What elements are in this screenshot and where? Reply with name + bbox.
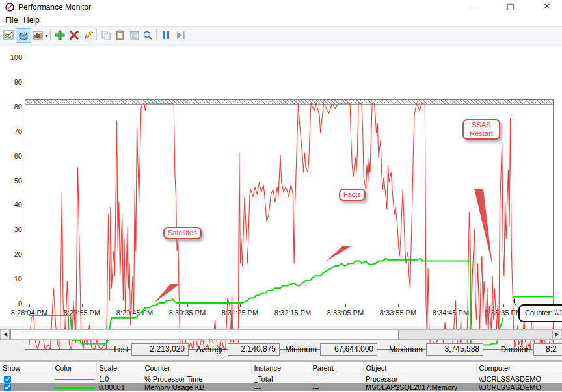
y-tick-label: 10 (0, 275, 22, 283)
instance-cell: --- (251, 383, 310, 391)
toolbar: ▼ (0, 26, 562, 44)
y-tick-label: 70 (0, 127, 22, 135)
counter-legend: Show Color Scale Counter Instance Parent… (0, 360, 562, 392)
average-value: 2,140,875 (228, 343, 280, 356)
y-tick-label: 80 (0, 103, 22, 111)
scale-cell: 1.0 (96, 374, 142, 384)
counter-cell: % Processor Time (142, 374, 251, 384)
last-label: Last (90, 345, 129, 354)
freeze-display-button[interactable] (159, 28, 173, 42)
col-scale[interactable]: Scale (96, 362, 142, 374)
paste-clipboard-icon (115, 30, 126, 40)
magnifier-icon (142, 30, 153, 40)
y-tick-label: 90 (0, 78, 22, 86)
step-forward-icon (175, 30, 185, 40)
counter-tooltip: Counter: \\JCRL (518, 304, 562, 322)
menu-bar: File Help (0, 14, 562, 26)
toolbar-separator (50, 29, 51, 40)
menu-file[interactable]: File (3, 15, 20, 25)
delete-x-icon (69, 30, 79, 40)
counter-row-memory-selected[interactable]: 0.00001 Memory Usage KB --- --- MSOLAP$S… (0, 383, 562, 391)
object-cell: MSOLAP$SQL2017:Memory (363, 383, 476, 391)
col-color[interactable]: Color (52, 362, 96, 374)
scrollbar-thumb[interactable] (10, 330, 399, 339)
menu-help[interactable]: Help (21, 15, 42, 25)
show-checkbox[interactable] (4, 376, 11, 383)
properties-button[interactable] (127, 28, 142, 42)
col-object[interactable]: Object (363, 362, 476, 374)
y-tick-label: 20 (0, 250, 22, 258)
maximize-button[interactable]: ▢ (496, 0, 526, 14)
average-label: Average (186, 345, 225, 354)
y-tick-label: 40 (0, 201, 22, 209)
toolbar-separator (96, 29, 97, 40)
performance-monitor-window: Performance Monitor – ▢ ✕ File Help (0, 0, 562, 392)
y-tick-label: 50 (0, 177, 22, 185)
highlight-button[interactable] (81, 28, 96, 42)
instance-cell: _Total (251, 374, 310, 384)
last-value: 2,213,020 (131, 343, 189, 356)
scroll-right-arrow-icon[interactable]: ▶ (552, 330, 561, 339)
paste-counter-list-button[interactable] (113, 28, 127, 42)
counter-table: Show Color Scale Counter Instance Parent… (0, 362, 562, 391)
satellites-callout: Satellites (163, 227, 202, 239)
col-computer[interactable]: Computer (476, 362, 562, 374)
facts-callout: Facts (339, 189, 366, 201)
dropdown-caret-icon[interactable]: ▼ (44, 34, 49, 38)
duration-label: Duration (490, 345, 530, 354)
chart-panel: 10090807060504030201008:28:04 PM8:28:55 … (0, 46, 562, 326)
performance-monitor-icon (5, 3, 14, 12)
maximum-label: Maximum (382, 345, 423, 354)
y-tick-label: 60 (0, 152, 22, 160)
view-log-data-button[interactable] (31, 28, 45, 42)
copy-properties-button[interactable] (99, 28, 113, 42)
zoom-button[interactable] (140, 28, 155, 42)
change-graph-type-button[interactable] (16, 28, 31, 43)
properties-icon (129, 30, 140, 40)
table-header-row: Show Color Scale Counter Instance Parent… (0, 362, 562, 374)
value-bar: Last 2,213,020 Average 2,140,875 Minimum… (0, 343, 562, 359)
parent-cell: --- (310, 383, 363, 391)
maximum-value: 3,745,588 (426, 343, 483, 356)
col-counter[interactable]: Counter (142, 362, 251, 374)
window-title: Performance Monitor (18, 3, 91, 12)
color-swatch (55, 379, 95, 380)
show-checkbox[interactable] (4, 384, 11, 391)
y-tick-label: 0 (0, 300, 22, 307)
add-icon (55, 30, 65, 40)
copy-icon (101, 30, 111, 40)
pencil-icon (83, 30, 94, 40)
chart-hscrollbar[interactable]: ◀ ▶ (0, 329, 562, 340)
minimize-button[interactable]: – (459, 0, 489, 14)
computer-cell: \\JCRLSSASDEMO (476, 374, 562, 384)
view-log-data-icon (33, 30, 43, 40)
color-swatch (55, 387, 95, 389)
y-tick-label: 30 (0, 226, 22, 233)
col-instance[interactable]: Instance (251, 362, 310, 374)
col-parent[interactable]: Parent (310, 362, 363, 374)
scroll-left-arrow-icon[interactable]: ◀ (1, 330, 10, 339)
duration-value: 8:2 (533, 343, 562, 356)
title-bar: Performance Monitor – ▢ ✕ (0, 0, 562, 14)
minimum-label: Minimum (278, 345, 317, 354)
parent-cell: --- (310, 374, 363, 384)
view-current-activity-icon (3, 30, 14, 40)
update-data-button[interactable] (173, 28, 187, 42)
object-cell: Processor (363, 374, 476, 384)
counter-row-processor[interactable]: 1.0 % Processor Time _Total --- Processo… (0, 374, 562, 384)
scale-cell: 0.00001 (96, 383, 142, 391)
view-current-activity-button[interactable] (1, 28, 16, 42)
change-graph-type-icon (18, 31, 29, 41)
delete-counter-button[interactable] (67, 28, 81, 42)
pause-icon (161, 30, 171, 40)
col-show[interactable]: Show (0, 362, 52, 374)
minimum-value: 67,644.000 (320, 343, 377, 356)
computer-cell: \\JCRLSSASDEMO (476, 383, 562, 391)
ssas-restart-callout: SSAS Restart (462, 119, 500, 140)
add-counter-button[interactable] (53, 28, 67, 42)
cpu-series-line (29, 103, 554, 350)
y-tick-label: 100 (0, 53, 22, 61)
counter-cell: Memory Usage KB (142, 383, 251, 391)
toolbar-separator (156, 29, 157, 40)
close-button[interactable]: ✕ (532, 0, 562, 14)
